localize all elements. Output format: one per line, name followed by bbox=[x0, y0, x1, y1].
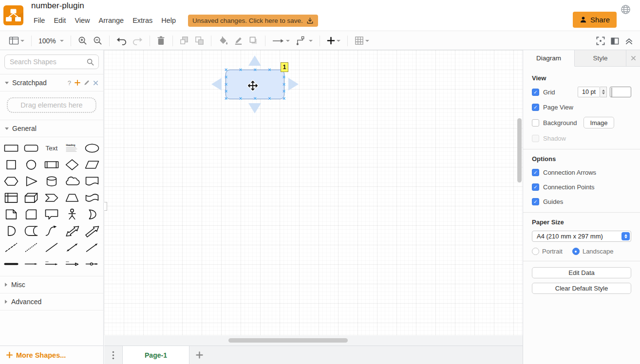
shape-arrow-connector[interactable] bbox=[21, 255, 42, 272]
shape-text[interactable]: Text bbox=[41, 140, 62, 156]
add-to-scratchpad-icon[interactable] bbox=[75, 80, 80, 86]
shape-cube[interactable] bbox=[21, 189, 42, 206]
fit-page-icon[interactable] bbox=[596, 36, 605, 45]
horizontal-scrollbar[interactable] bbox=[228, 338, 348, 343]
search-input[interactable] bbox=[4, 55, 99, 69]
shape-square[interactable] bbox=[1, 156, 21, 173]
connection-point-icon[interactable]: × bbox=[253, 67, 256, 73]
help-icon[interactable]: ? bbox=[68, 79, 71, 87]
section-general[interactable]: General bbox=[0, 120, 103, 137]
background-image-button[interactable]: Image bbox=[584, 117, 614, 128]
section-advanced[interactable]: Advanced bbox=[0, 293, 103, 310]
shape-diamond[interactable] bbox=[62, 156, 82, 173]
collapse-toolbar-icon[interactable] bbox=[625, 37, 633, 45]
shape-labeled-connector[interactable] bbox=[41, 255, 62, 272]
shape-actor[interactable] bbox=[62, 206, 82, 222]
shape-labeled-arrow[interactable] bbox=[62, 255, 82, 272]
unsaved-changes-banner[interactable]: Unsaved changes. Click here to save. bbox=[188, 15, 318, 27]
shape-hexagon[interactable] bbox=[1, 173, 21, 189]
vertical-scrollbar[interactable] bbox=[517, 118, 522, 182]
toggle-panel-icon[interactable] bbox=[611, 37, 619, 45]
scratchpad-header[interactable]: Scratchpad ? bbox=[0, 74, 103, 91]
shape-circle[interactable] bbox=[21, 156, 42, 173]
shape-process[interactable] bbox=[41, 156, 62, 173]
close-scratchpad-icon[interactable] bbox=[93, 80, 98, 86]
shape-data-storage[interactable] bbox=[21, 222, 42, 239]
edit-scratchpad-icon[interactable] bbox=[84, 80, 90, 86]
grid-size-input[interactable] bbox=[578, 87, 600, 97]
zoom-level-dropdown[interactable]: 100% bbox=[37, 35, 65, 47]
shape-line[interactable] bbox=[41, 239, 62, 255]
waypoints-button[interactable] bbox=[294, 35, 314, 47]
close-panel-icon[interactable] bbox=[626, 50, 640, 66]
add-page-button[interactable] bbox=[189, 346, 209, 364]
connection-point-icon[interactable]: × bbox=[225, 89, 227, 94]
shape-triangle[interactable] bbox=[21, 173, 42, 189]
undo-button[interactable] bbox=[115, 35, 128, 47]
clear-default-style-button[interactable]: Clear Default Style bbox=[532, 283, 631, 294]
shape-cloud[interactable] bbox=[62, 173, 82, 189]
connection-point-icon[interactable]: × bbox=[225, 96, 227, 101]
connection-point-icon[interactable]: × bbox=[282, 96, 285, 101]
zoom-out-button[interactable] bbox=[92, 35, 104, 47]
shape-callout[interactable] bbox=[41, 206, 62, 222]
to-back-button[interactable] bbox=[193, 35, 206, 47]
connection-point-icon[interactable]: × bbox=[225, 74, 227, 80]
view-mode-button[interactable] bbox=[7, 35, 26, 47]
shape-dotted-line[interactable] bbox=[21, 239, 42, 255]
menu-view[interactable]: View bbox=[71, 15, 93, 26]
menu-edit[interactable]: Edit bbox=[50, 15, 69, 26]
page-view-checkbox[interactable]: ✓ bbox=[532, 104, 539, 111]
direction-arrow-right[interactable] bbox=[288, 78, 299, 91]
shape-cylinder[interactable] bbox=[41, 173, 62, 189]
shadow-checkbox[interactable] bbox=[532, 135, 539, 142]
connection-point-icon[interactable]: × bbox=[253, 96, 256, 101]
shape-curve[interactable] bbox=[41, 222, 62, 239]
shape-link[interactable] bbox=[1, 255, 21, 272]
connection-style-button[interactable] bbox=[271, 35, 291, 47]
connection-point-icon[interactable]: × bbox=[268, 96, 271, 101]
shape-note[interactable] bbox=[1, 206, 21, 222]
shape-arrow[interactable] bbox=[82, 222, 102, 239]
direction-arrow-up[interactable] bbox=[248, 55, 261, 66]
connection-point-icon[interactable]: × bbox=[225, 67, 227, 73]
language-globe-icon[interactable] bbox=[621, 4, 631, 15]
more-shapes-button[interactable]: More Shapes... bbox=[0, 346, 104, 364]
diagram-canvas[interactable]: ×××××××××××××××× 1 bbox=[104, 50, 523, 346]
menu-extras[interactable]: Extras bbox=[129, 15, 156, 26]
connection-point-icon[interactable]: × bbox=[225, 81, 227, 87]
grid-checkbox[interactable]: ✓ bbox=[532, 89, 539, 96]
shape-rounded-rectangle[interactable] bbox=[21, 140, 42, 156]
redo-button[interactable] bbox=[131, 35, 144, 47]
scratchpad-dropzone[interactable]: Drag elements here bbox=[7, 97, 96, 113]
shape-rectangle[interactable] bbox=[1, 140, 21, 156]
grid-size-stepper[interactable] bbox=[600, 87, 607, 97]
menu-file[interactable]: File bbox=[30, 15, 48, 26]
shape-ellipse[interactable] bbox=[82, 140, 102, 156]
shape-trapezoid[interactable] bbox=[62, 189, 82, 206]
grid-color-swatch[interactable] bbox=[610, 87, 631, 97]
background-checkbox[interactable] bbox=[532, 119, 539, 127]
insert-button[interactable] bbox=[325, 35, 342, 47]
menu-arrange[interactable]: Arrange bbox=[95, 15, 128, 26]
shape-dashed-line[interactable] bbox=[1, 239, 21, 255]
connection-point-icon[interactable]: × bbox=[282, 89, 285, 94]
shape-step[interactable] bbox=[41, 189, 62, 206]
direction-arrow-left[interactable] bbox=[211, 78, 222, 91]
connection-point-icon[interactable]: × bbox=[282, 74, 285, 80]
page-tab-active[interactable]: Page-1 bbox=[122, 346, 189, 364]
shape-bidirectional-arrow[interactable] bbox=[62, 222, 82, 239]
edit-data-button[interactable]: Edit Data bbox=[532, 267, 631, 278]
shape-document[interactable] bbox=[82, 173, 102, 189]
menu-help[interactable]: Help bbox=[158, 15, 179, 26]
connection-point-icon[interactable]: × bbox=[239, 67, 242, 73]
shape-connector-with-symbol[interactable] bbox=[82, 255, 102, 272]
landscape-radio[interactable] bbox=[572, 248, 580, 255]
to-front-button[interactable] bbox=[178, 35, 190, 47]
tab-style[interactable]: Style bbox=[575, 50, 626, 66]
shape-and[interactable] bbox=[1, 222, 21, 239]
paper-size-select[interactable]: A4 (210 mm x 297 mm) bbox=[532, 231, 631, 242]
share-button[interactable]: Share bbox=[573, 12, 617, 28]
pages-menu-button[interactable] bbox=[104, 346, 122, 364]
shape-directional-connector[interactable] bbox=[82, 239, 102, 255]
